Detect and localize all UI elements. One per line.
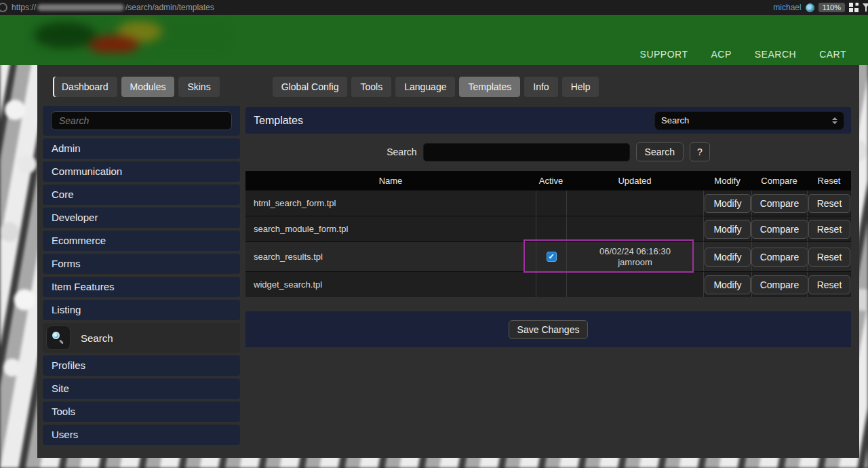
reset-button[interactable]: Reset (808, 248, 851, 267)
sidebar-item-search-selected[interactable]: Search (43, 323, 240, 353)
nav-support[interactable]: SUPPORT (640, 49, 688, 60)
search-icon (52, 332, 64, 344)
edge-cutoff-icon[interactable] (863, 3, 868, 12)
templates-table: Name Active Updated Modify Compare Reset… (245, 171, 851, 297)
app-grid-icon[interactable] (849, 3, 859, 12)
url-redacted-segment (37, 4, 124, 11)
sidebar-item-site[interactable]: Site (43, 378, 240, 399)
col-header-updated: Updated (566, 176, 703, 186)
site-logo[interactable] (28, 20, 231, 53)
url-bar[interactable]: https:///search/admin/templates (12, 3, 214, 12)
tab-global-config[interactable]: Global Config (273, 77, 348, 97)
updated-cell: 06/02/24 06:16:30 jamroom (566, 242, 703, 271)
save-bar: Save Changes (245, 311, 851, 347)
sidebar-item-profiles[interactable]: Profiles (43, 355, 240, 376)
nav-search[interactable]: SEARCH (755, 49, 796, 60)
sidebar-search-input[interactable] (51, 111, 232, 130)
compare-button[interactable]: Compare (751, 248, 808, 267)
reset-button[interactable]: Reset (808, 275, 851, 294)
template-search-input[interactable] (423, 143, 630, 161)
browser-bar: https:///search/admin/templates michael … (0, 0, 868, 15)
site-nav: SUPPORT ACP SEARCH CART (640, 49, 846, 60)
tab-skins[interactable]: Skins (178, 77, 219, 97)
tab-templates[interactable]: Templates (459, 77, 520, 97)
admin-panel: Dashboard Modules Skins Global Config To… (37, 65, 859, 458)
compare-button[interactable]: Compare (751, 220, 808, 239)
url-path: /search/admin/templates (125, 3, 214, 12)
modify-button[interactable]: Modify (705, 248, 750, 267)
compare-button[interactable]: Compare (751, 275, 808, 294)
sidebar-item-tools[interactable]: Tools (43, 402, 240, 422)
sidebar-item-forms[interactable]: Forms (43, 254, 240, 274)
col-header-reset: Reset (807, 176, 851, 186)
module-tabs: Global Config Tools Language Templates I… (273, 77, 599, 97)
logged-in-username[interactable]: michael (773, 3, 801, 12)
active-cell (536, 272, 566, 297)
reset-button[interactable]: Reset (808, 194, 851, 213)
search-label: Search (387, 147, 416, 157)
sidebar-item-users[interactable]: Users (43, 425, 240, 445)
template-name: widget_search.tpl (245, 272, 536, 297)
modify-button[interactable]: Modify (705, 275, 750, 294)
sidebar-search-panel (43, 106, 240, 136)
modify-button[interactable]: Modify (705, 220, 750, 239)
active-cell (536, 216, 566, 241)
tab-tools[interactable]: Tools (351, 77, 391, 97)
tab-help[interactable]: Help (562, 77, 599, 97)
save-changes-button[interactable]: Save Changes (509, 320, 589, 339)
updated-cell (566, 272, 703, 297)
help-button[interactable]: ? (690, 142, 710, 161)
search-icon-box (46, 326, 71, 350)
updated-by: jamroom (599, 257, 671, 268)
site-header: SUPPORT ACP SEARCH CART (0, 15, 868, 65)
sidebar-item-admin[interactable]: Admin (43, 138, 240, 159)
template-search-form: Search Search ? (245, 142, 851, 161)
sidebar-item-listing[interactable]: Listing (43, 300, 240, 320)
sidebar-item-label: Search (81, 332, 113, 344)
sidebar-item-item-features[interactable]: Item Features (43, 277, 240, 297)
tab-info[interactable]: Info (524, 77, 557, 97)
table-header: Name Active Updated Modify Compare Reset (245, 171, 851, 190)
sidebar-item-ecommerce[interactable]: Ecommerce (43, 231, 240, 251)
select-arrows-icon (832, 117, 837, 124)
zoom-level-badge[interactable]: 110% (818, 3, 845, 12)
compare-button[interactable]: Compare (751, 194, 808, 213)
user-status-icon[interactable] (806, 3, 814, 12)
table-row: widget_search.tpl Modify Compare Reset (245, 271, 851, 297)
sidebar-item-core[interactable]: Core (43, 184, 240, 205)
reset-button[interactable]: Reset (808, 220, 851, 239)
updated-cell (566, 191, 703, 216)
updated-date: 06/02/24 06:16:30 (599, 246, 671, 257)
module-sidebar: Admin Communication Core Developer Ecomm… (43, 106, 240, 445)
col-header-compare: Compare (751, 176, 807, 186)
page-title: Templates (254, 115, 303, 127)
main-content: Templates Search Search Search ? Name Ac… (245, 107, 851, 347)
section-tabs: Dashboard Modules Skins (53, 77, 220, 97)
tab-language[interactable]: Language (395, 77, 455, 97)
col-header-name: Name (245, 176, 536, 186)
modify-button[interactable]: Modify (705, 194, 750, 213)
module-select[interactable]: Search (654, 111, 844, 130)
url-prefix: https:// (12, 3, 36, 12)
table-row: html_search_form.tpl Modify Compare Rese… (245, 190, 851, 216)
tab-modules[interactable]: Modules (121, 77, 175, 97)
module-select-value: Search (661, 115, 689, 125)
template-name: html_search_form.tpl (245, 191, 536, 216)
tab-dashboard[interactable]: Dashboard (53, 77, 117, 97)
col-header-active: Active (536, 176, 566, 186)
nav-acp[interactable]: ACP (711, 49, 731, 60)
table-row: search_module_form.tpl Modify Compare Re… (245, 216, 851, 241)
sidebar-item-developer[interactable]: Developer (43, 208, 240, 228)
browser-tab-icon (0, 3, 7, 12)
updated-cell (566, 216, 703, 241)
nav-cart[interactable]: CART (819, 49, 846, 60)
active-checkbox-checked[interactable]: ✓ (547, 252, 557, 262)
table-row-highlighted: search_results.tpl ✓ 06/02/24 06:16:30 j… (245, 241, 851, 271)
col-header-modify: Modify (703, 176, 751, 186)
template-search-button[interactable]: Search (636, 142, 684, 161)
active-cell (536, 191, 566, 216)
active-cell: ✓ (536, 242, 566, 271)
templates-header-bar: Templates Search (245, 107, 851, 134)
template-name: search_module_form.tpl (245, 216, 536, 241)
sidebar-item-communication[interactable]: Communication (43, 161, 240, 182)
